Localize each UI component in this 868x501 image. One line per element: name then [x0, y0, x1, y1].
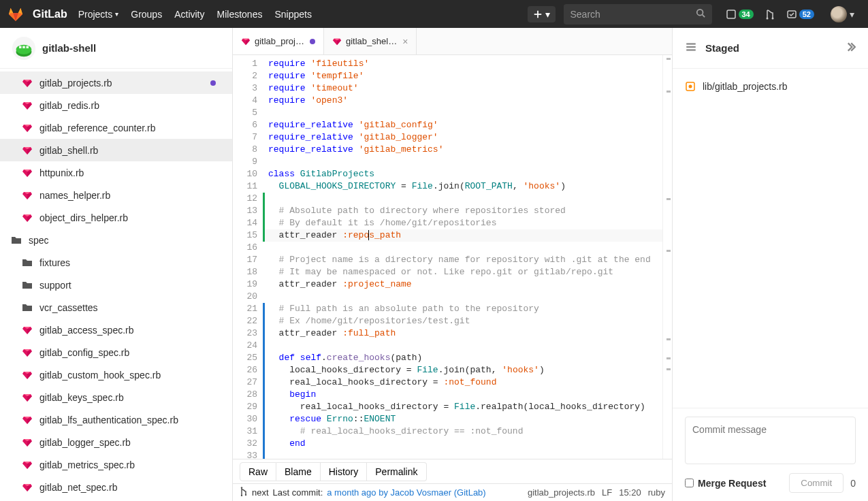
code-line[interactable]: [263, 291, 662, 303]
code-line[interactable]: GLOBAL_HOOKS_DIRECTORY = File.join(ROOT_…: [263, 180, 662, 193]
code-line[interactable]: class GitlabProjects: [263, 168, 662, 180]
close-tab-icon[interactable]: ×: [402, 36, 408, 47]
last-commit-link[interactable]: a month ago by Jacob Vosmaer (GitLab): [327, 487, 485, 498]
status-cursor: 15:20: [619, 487, 641, 498]
tree-folder-support[interactable]: support: [0, 274, 232, 296]
tree-file-gitlab_net_spec-rb[interactable]: gitlab_net_spec.rb: [0, 476, 232, 498]
raw-button[interactable]: Raw: [240, 462, 276, 481]
commit-message-input[interactable]: [685, 417, 856, 464]
search-input[interactable]: [570, 9, 696, 20]
change-marker-icon: [263, 352, 265, 364]
code-line[interactable]: begin: [263, 389, 662, 401]
tree-file-gitlab_custom_hook_spec-rb[interactable]: gitlab_custom_hook_spec.rb: [0, 363, 232, 386]
issues-icon: [726, 9, 737, 20]
commit-button[interactable]: Commit: [789, 473, 843, 493]
permalink-button[interactable]: Permalink: [367, 462, 426, 481]
file-tree[interactable]: gitlab_projects.rbgitlab_redis.rbgitlab_…: [0, 69, 232, 501]
change-marker-icon: [263, 389, 265, 401]
code-line[interactable]: local_hooks_directory = File.join(path, …: [263, 364, 662, 376]
tree-folder-spec[interactable]: spec: [0, 229, 232, 251]
staged-file[interactable]: lib/gitlab_projects.rb: [673, 76, 868, 97]
blob-toolbar: Raw Blame History Permalink: [233, 459, 672, 483]
tree-file-gitlab_projects-rb[interactable]: gitlab_projects.rb: [0, 71, 232, 94]
nav-groups[interactable]: Groups: [131, 9, 162, 20]
code-line[interactable]: real_local_hooks_directory = :not_found: [263, 376, 662, 389]
code-line[interactable]: # Ex /home/git/repositories/test.git: [263, 315, 662, 327]
tree-folder-fixtures[interactable]: fixtures: [0, 251, 232, 274]
code-line[interactable]: rescue Errno::ENOENT: [263, 413, 662, 425]
search-box[interactable]: [564, 4, 712, 25]
code-line[interactable]: [263, 156, 662, 168]
code-editor[interactable]: 1234567891011121314151617181920212223242…: [233, 55, 672, 459]
new-dropdown[interactable]: ▾: [528, 6, 556, 22]
project-header[interactable]: gitlab-shell: [0, 28, 232, 69]
merge-request-checkbox[interactable]: [685, 479, 694, 487]
brand-name[interactable]: GitLab: [33, 8, 67, 20]
code-line[interactable]: end: [263, 438, 662, 450]
tree-file-gitlab_reference_counter-rb[interactable]: gitlab_reference_counter.rb: [0, 116, 232, 139]
code-line[interactable]: # It may be namespaced or not. Like repo…: [263, 266, 662, 278]
nav-projects[interactable]: Projects▾: [78, 9, 119, 20]
gitlab-logo[interactable]: [8, 7, 23, 22]
code-line[interactable]: require 'tempfile': [263, 70, 662, 82]
tree-folder-vcr_cassettes[interactable]: vcr_cassettes: [0, 296, 232, 319]
editor-tab[interactable]: gitlab_proj…: [233, 28, 324, 54]
tree-file-gitlab_logger_spec-rb[interactable]: gitlab_logger_spec.rb: [0, 431, 232, 453]
status-lang: ruby: [648, 487, 665, 498]
code-line[interactable]: [263, 340, 662, 352]
folder-icon: [22, 302, 33, 313]
code-line[interactable]: [263, 193, 662, 205]
ruby-icon: [22, 325, 33, 336]
code-line[interactable]: # Project name is a directory name for r…: [263, 254, 662, 266]
tree-file-gitlab_shell-rb[interactable]: gitlab_shell.rb: [0, 139, 232, 161]
line-numbers: 1234567891011121314151617181920212223242…: [233, 55, 263, 459]
merge-request-checkbox-label[interactable]: Merge Request: [685, 478, 782, 489]
code-line[interactable]: real_local_hooks_directory = File.realpa…: [263, 401, 662, 413]
editor-tab[interactable]: gitlab_shel…×: [324, 28, 417, 54]
tree-file-gitlab_lfs_authentication_spec-rb[interactable]: gitlab_lfs_authentication_spec.rb: [0, 408, 232, 431]
code-line[interactable]: # real_local_hooks_directory == :not_fou…: [263, 425, 662, 438]
tree-file-gitlab_access_spec-rb[interactable]: gitlab_access_spec.rb: [0, 319, 232, 341]
code-line[interactable]: require_relative 'gitlab_logger': [263, 131, 662, 144]
todos-icon: [786, 9, 797, 20]
code-line[interactable]: [263, 107, 662, 119]
code-line[interactable]: # Full path is an absolute path to the r…: [263, 303, 662, 315]
code-line[interactable]: require_relative 'gitlab_config': [263, 119, 662, 131]
tree-file-gitlab_redis-rb[interactable]: gitlab_redis.rb: [0, 94, 232, 116]
code-line[interactable]: require_relative 'gitlab_metrics': [263, 144, 662, 156]
nav-snippets[interactable]: Snippets: [274, 9, 311, 20]
branch-hint[interactable]: next: [252, 487, 269, 498]
tree-file-gitlab_metrics_spec-rb[interactable]: gitlab_metrics_spec.rb: [0, 453, 232, 476]
code-line[interactable]: require 'fileutils': [263, 58, 662, 70]
minimap[interactable]: [662, 55, 672, 459]
code-line[interactable]: [263, 450, 662, 459]
code-line[interactable]: require 'open3': [263, 95, 662, 107]
code-line[interactable]: attr_reader :full_path: [263, 327, 662, 340]
tree-file-gitlab_keys_spec-rb[interactable]: gitlab_keys_spec.rb: [0, 386, 232, 408]
tree-file-httpunix-rb[interactable]: httpunix.rb: [0, 161, 232, 184]
svg-rect-11: [22, 46, 25, 48]
collapse-panel-button[interactable]: [843, 41, 856, 55]
code-line[interactable]: require 'timeout': [263, 82, 662, 95]
nav-milestones[interactable]: Milestones: [217, 9, 263, 20]
tree-file-gitlab_config_spec-rb[interactable]: gitlab_config_spec.rb: [0, 341, 232, 363]
code-line[interactable]: def self.create_hooks(path): [263, 352, 662, 364]
todos-link[interactable]: 52: [786, 9, 814, 20]
code-line[interactable]: [263, 242, 662, 254]
code-area[interactable]: require 'fileutils'require 'tempfile'req…: [263, 55, 662, 459]
code-line[interactable]: attr_reader :project_name: [263, 278, 662, 291]
tree-file-object_dirs_helper-rb[interactable]: object_dirs_helper.rb: [0, 206, 232, 229]
history-button[interactable]: History: [321, 462, 368, 481]
ruby-icon: [22, 145, 33, 156]
user-menu[interactable]: ▾: [825, 6, 854, 22]
code-line[interactable]: # By default it is /home/git/repositorie…: [263, 217, 662, 229]
merge-requests-link[interactable]: [765, 9, 775, 20]
tree-file-names_helper-rb[interactable]: names_helper.rb: [0, 184, 232, 206]
blame-button[interactable]: Blame: [276, 462, 321, 481]
nav-activity[interactable]: Activity: [174, 9, 204, 20]
change-marker-icon: [263, 315, 265, 327]
code-line[interactable]: attr_reader :repos_path: [263, 229, 662, 242]
issues-link[interactable]: 34: [726, 9, 754, 20]
staged-title: Staged: [705, 42, 843, 54]
code-line[interactable]: # Absolute path to directory where repos…: [263, 205, 662, 217]
